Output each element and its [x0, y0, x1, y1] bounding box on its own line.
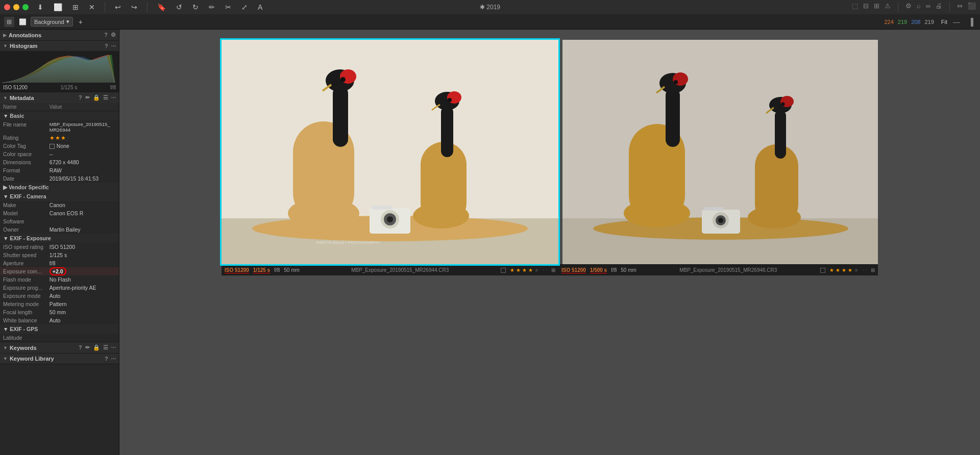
- histogram-header[interactable]: ▼ Histogram ? ···: [0, 41, 119, 51]
- search-icon[interactable]: ⌕: [917, 2, 921, 12]
- aperture-label: Aperture: [0, 259, 46, 267]
- maximize-button[interactable]: [22, 4, 29, 10]
- image2-wrapper[interactable]: [558, 40, 878, 264]
- settings-icon[interactable]: ⚙: [905, 2, 912, 12]
- more4-icon[interactable]: ···: [111, 356, 116, 362]
- view-icon[interactable]: ⬜: [51, 2, 65, 12]
- svg-rect-5: [333, 86, 348, 147]
- add-icon[interactable]: +: [76, 17, 85, 27]
- img2-expand-icon[interactable]: ⊞: [871, 267, 875, 273]
- keyword-library-header[interactable]: ▼ Keyword Library ? ···: [0, 353, 119, 364]
- help-icon[interactable]: ?: [104, 32, 108, 38]
- zoom-bar-icon[interactable]: ▐: [966, 17, 976, 27]
- undo-icon[interactable]: ↩: [112, 2, 124, 12]
- lock-icon[interactable]: 🔒: [93, 94, 100, 101]
- svg-text:MARTIN BAILEY PHOTOGRAPHY: MARTIN BAILEY PHOTOGRAPHY: [316, 240, 381, 245]
- edit-icon[interactable]: ✏: [206, 2, 217, 12]
- image2-info-bar: ISO 51200 1/500 s f/8 50 mm MBP_Exposure…: [558, 264, 878, 275]
- rating-val: ★★★ ·: [46, 134, 119, 142]
- more-icon[interactable]: ···: [111, 43, 116, 49]
- img2-checkbox[interactable]: [820, 268, 825, 273]
- list-icon[interactable]: ☰: [103, 94, 108, 101]
- help5-icon[interactable]: ?: [105, 356, 108, 362]
- split-icon[interactable]: ⇔: [957, 2, 963, 12]
- img2-dots: · ·: [863, 267, 867, 273]
- keywords-header[interactable]: ▼ Keywords ? ✏ 🔒 ☰ ···: [0, 342, 119, 353]
- image1: MARTIN BAILEY PHOTOGRAPHY: [222, 40, 558, 264]
- zoom-minus-icon[interactable]: —: [950, 17, 963, 27]
- grid-icon[interactable]: ⊞: [70, 2, 81, 12]
- filmstrip-icon[interactable]: ⊟: [863, 2, 869, 12]
- img1-expand-icon[interactable]: ⊞: [551, 267, 555, 273]
- main-area: ▶ Annotations ? ⚙ ▼ Histogram ? ···: [0, 30, 980, 455]
- minimize-button[interactable]: [13, 4, 19, 10]
- kl-arrow: ▼: [3, 356, 8, 361]
- background-select[interactable]: Background ▾: [31, 17, 73, 27]
- rotate-ccw-icon[interactable]: ↺: [174, 2, 185, 12]
- edit3-icon[interactable]: ✏: [85, 344, 90, 351]
- metadata-table: Name Value ▼ Basic File name MBP_Exposur…: [0, 103, 119, 342]
- make-row: Make Canon: [0, 201, 119, 209]
- single-mode-btn[interactable]: ⬜: [17, 17, 28, 27]
- histogram-section: ▼ Histogram ? ···: [0, 41, 119, 92]
- iso-label: ISO speed rating: [0, 243, 46, 251]
- grid-mode-btn[interactable]: ⊞: [4, 17, 14, 27]
- img1-filename: MBP_Exposure_20190515_MR26944.CR3: [304, 267, 497, 273]
- close-button[interactable]: [4, 4, 10, 10]
- svg-rect-26: [666, 88, 680, 147]
- image2: [562, 40, 878, 264]
- crop-icon[interactable]: ✂: [223, 2, 234, 12]
- exposure-comp-val: +2.0: [46, 267, 119, 275]
- expand-icon[interactable]: ⤢: [239, 2, 250, 12]
- image1-container: MARTIN BAILEY PHOTOGRAPHY ISO 51200 1/12…: [222, 40, 558, 275]
- list2-icon[interactable]: ☰: [103, 344, 108, 351]
- exif-camera-group: ▼ EXIF - Camera: [0, 192, 119, 201]
- tag-icon[interactable]: 🔖: [155, 2, 168, 12]
- panel-icon[interactable]: ⬚: [852, 2, 858, 12]
- exposure-mode-row: Exposure mode Auto: [0, 292, 119, 300]
- stars: ★★★: [50, 135, 66, 141]
- grid2-icon[interactable]: ⊞: [874, 2, 879, 12]
- fit-button[interactable]: Fit: [941, 19, 947, 25]
- file-name-row: File name MBP_Exposure_20190515_MR26944: [0, 120, 119, 134]
- lock2-icon[interactable]: 🔒: [93, 344, 100, 351]
- metadata-header[interactable]: ▼ Metadata ? ✏ 🔒 ☰ ···: [0, 92, 119, 103]
- image-area: MARTIN BAILEY PHOTOGRAPHY ISO 51200 1/12…: [119, 30, 980, 455]
- sep3: [898, 2, 898, 12]
- edit2-icon[interactable]: ✏: [85, 94, 90, 101]
- empty-stars: ·: [68, 135, 69, 141]
- flash-mode-row: Flash mode No Flash: [0, 275, 119, 284]
- warning-icon[interactable]: ⚠: [885, 2, 891, 12]
- print-icon[interactable]: 🖨: [936, 2, 942, 12]
- img2-speed: 1/500 s: [590, 267, 607, 273]
- close-icon[interactable]: ✕: [86, 2, 97, 12]
- sep4: [949, 2, 950, 12]
- color-tag-label: Color Tag: [0, 142, 46, 150]
- latitude-row: Latitude: [0, 334, 119, 342]
- rotate-cw-icon[interactable]: ↻: [190, 2, 201, 12]
- help2-icon[interactable]: ?: [105, 43, 108, 49]
- help3-icon[interactable]: ?: [79, 94, 82, 101]
- annotations-header[interactable]: ▶ Annotations ? ⚙: [0, 30, 119, 40]
- iso-row: ISO speed rating ISO 51200: [0, 243, 119, 251]
- download-icon[interactable]: ⬇: [35, 2, 46, 12]
- exif-exposure-label: ▼ EXIF - Exposure: [0, 234, 119, 243]
- keyword-library-section: ▼ Keyword Library ? ···: [0, 353, 119, 364]
- model-row: Model Canon EOS R: [0, 209, 119, 217]
- settings2-icon[interactable]: ⚙: [111, 32, 116, 38]
- image1-wrapper[interactable]: MARTIN BAILEY PHOTOGRAPHY: [222, 40, 558, 264]
- connect-icon[interactable]: ∞: [926, 2, 930, 12]
- more2-icon[interactable]: ···: [111, 94, 116, 101]
- basic-group: ▼ Basic: [0, 111, 119, 121]
- more3-icon[interactable]: ···: [111, 344, 116, 351]
- img1-checkbox[interactable]: [501, 268, 506, 273]
- help4-icon[interactable]: ?: [79, 344, 82, 351]
- model-label: Model: [0, 209, 46, 217]
- panel2-icon[interactable]: ⬛: [968, 2, 976, 12]
- redo-icon[interactable]: ↪: [129, 2, 140, 12]
- app-title: ✱ 2019: [480, 4, 500, 11]
- text-icon[interactable]: A: [255, 2, 265, 12]
- exif-gps-group: ▼ EXIF - GPS: [0, 324, 119, 334]
- wb-label: White balance: [0, 316, 46, 324]
- exposure-mode-label: Exposure mode: [0, 292, 46, 300]
